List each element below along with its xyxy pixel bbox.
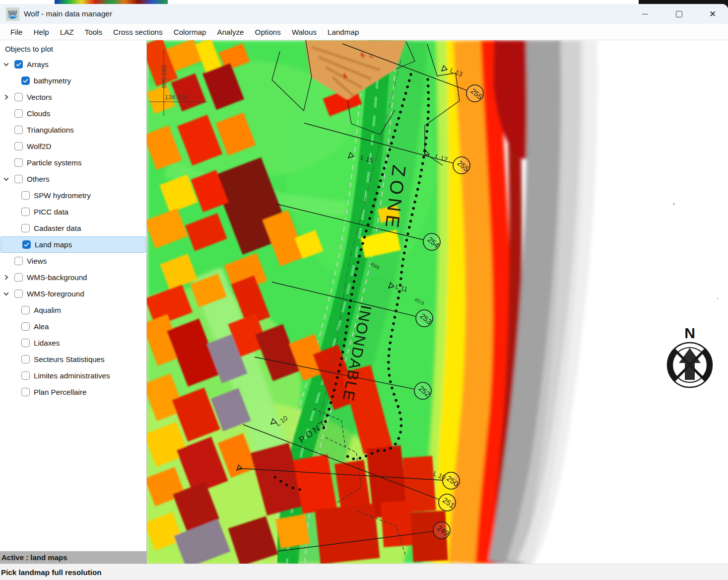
tree-item-label: Clouds [27, 109, 50, 118]
maximize-icon [676, 11, 682, 17]
tree-item-spw-hydrometry[interactable]: SPW hydrometry [0, 187, 146, 204]
unchecked-checkbox[interactable] [21, 208, 30, 216]
tree-item-wms-foreground[interactable]: WMS-foreground [0, 286, 146, 302]
unchecked-checkbox[interactable] [14, 93, 23, 101]
unchecked-checkbox[interactable] [14, 257, 23, 265]
tree-item-label: WMS-foreground [27, 290, 84, 298]
tree-item-label: Vectors [27, 93, 52, 101]
tree-item-views[interactable]: Views [0, 253, 146, 269]
tree-item-label: Alea [34, 322, 49, 331]
screen: Wolf - main data manager ✕ FileHelpLAZTo… [0, 0, 728, 580]
unchecked-checkbox[interactable] [14, 158, 23, 167]
maximize-button[interactable] [667, 5, 690, 22]
tree-item-land-maps[interactable]: Land maps [0, 236, 146, 253]
chevron-right-icon[interactable] [2, 274, 10, 281]
menu-cross-sections[interactable]: Cross sections [108, 26, 168, 38]
objects-tree: ArraysbathymetryVectorsCloudsTriangulati… [0, 56, 146, 400]
unchecked-checkbox[interactable] [14, 273, 23, 282]
chevron-down-icon[interactable] [2, 290, 10, 297]
status-bar: Pick landmap full resolution [0, 564, 728, 580]
tree-item-limites-administratives[interactable]: Limites administratives [0, 367, 146, 384]
tree-item-label: Aqualim [34, 306, 61, 314]
chevron-down-icon[interactable] [2, 175, 10, 183]
unchecked-checkbox[interactable] [14, 126, 23, 134]
compass-north-label: N [684, 325, 695, 341]
tree-item-label: SPW hydrometry [34, 191, 91, 200]
objects-tree-panel: Objects to plot ArraysbathymetryVectorsC… [0, 40, 147, 551]
tree-item-wolf2d[interactable]: Wolf2D [0, 138, 146, 154]
tree-item-label: Particle systems [27, 158, 82, 167]
tree-item-label: Others [27, 175, 50, 183]
titlebar[interactable]: Wolf - main data manager ✕ [0, 4, 728, 24]
checked-checkbox[interactable] [21, 76, 30, 85]
tree-item-lidaxes[interactable]: Lidaxes [0, 335, 146, 351]
tree-item-plan-percellaire[interactable]: Plan Percellaire [0, 384, 146, 400]
checked-checkbox[interactable] [14, 60, 23, 69]
active-layer-text: Active : land maps [0, 553, 67, 562]
tree-item-label: Views [27, 257, 47, 265]
close-icon: ✕ [709, 10, 716, 18]
chevron-right-icon[interactable] [2, 93, 10, 101]
menu-tools[interactable]: Tools [79, 26, 108, 38]
window-controls: ✕ [634, 4, 724, 24]
wolf-app-icon [6, 7, 19, 21]
unchecked-checkbox[interactable] [21, 355, 30, 363]
tree-item-label: Plan Percellaire [34, 388, 86, 396]
unchecked-checkbox[interactable] [21, 322, 30, 331]
tree-item-vectors[interactable]: Vectors [0, 89, 146, 105]
tree-item-arrays[interactable]: Arrays [0, 56, 146, 72]
wolf-main-window: Wolf - main data manager ✕ FileHelpLAZTo… [0, 4, 728, 580]
unchecked-checkbox[interactable] [21, 371, 30, 380]
tree-item-others[interactable]: Others [0, 171, 146, 187]
menu-file[interactable]: File [5, 26, 28, 38]
tree-item-picc-data[interactable]: PICC data [0, 204, 146, 220]
checked-checkbox[interactable] [22, 240, 31, 249]
menu-laz[interactable]: LAZ [55, 26, 79, 38]
tree-item-secteurs-statistiques[interactable]: Secteurs Statistiques [0, 351, 146, 367]
tree-item-label: Arrays [27, 60, 49, 69]
tree-item-wms-background[interactable]: WMS-background [0, 269, 146, 286]
menu-landmap[interactable]: Landmap [322, 26, 364, 38]
tree-item-label: Secteurs Statistiques [34, 355, 105, 363]
menu-colormap[interactable]: Colormap [168, 26, 212, 38]
unchecked-checkbox[interactable] [14, 175, 23, 183]
background-window-sliver [0, 0, 728, 4]
background-map-sliver [55, 0, 168, 4]
tree-item-aqualim[interactable]: Aqualim [0, 302, 146, 318]
menu-walous[interactable]: Walous [286, 26, 322, 38]
unchecked-checkbox[interactable] [21, 224, 30, 232]
unchecked-checkbox[interactable] [14, 109, 23, 118]
minimize-button[interactable] [634, 5, 657, 22]
tree-item-label: Cadaster data [34, 224, 81, 232]
tree-item-alea[interactable]: Alea [0, 318, 146, 335]
tree-item-label: Triangulations [27, 126, 74, 134]
bathymetry-map-render: 252.500 136.900 255255254253252250251249… [147, 40, 728, 564]
tree-item-triangulations[interactable]: Triangulations [0, 122, 146, 138]
tree-item-clouds[interactable]: Clouds [0, 105, 146, 122]
status-hint-text: Pick landmap full resolution [0, 568, 102, 577]
menubar: FileHelpLAZToolsCross sectionsColormapAn… [0, 24, 728, 40]
unchecked-checkbox[interactable] [14, 142, 23, 150]
tree-item-cadaster-data[interactable]: Cadaster data [0, 220, 146, 236]
tree-item-label: PICC data [34, 208, 68, 216]
tree-item-particle-systems[interactable]: Particle systems [0, 154, 146, 171]
tree-item-bathymetry[interactable]: bathymetry [0, 72, 146, 89]
unchecked-checkbox[interactable] [21, 191, 30, 200]
map-viewport[interactable]: 252.500 136.900 255255254253252250251249… [147, 40, 728, 564]
tree-item-label: bathymetry [34, 76, 71, 85]
menu-options[interactable]: Options [250, 26, 286, 38]
close-button[interactable]: ✕ [701, 5, 724, 22]
unchecked-checkbox[interactable] [14, 290, 23, 298]
tree-item-label: WMS-background [27, 273, 87, 282]
tree-header: Objects to plot [0, 40, 146, 56]
unchecked-checkbox[interactable] [21, 388, 30, 396]
tree-item-label: Limites administratives [34, 371, 110, 380]
chevron-down-icon[interactable] [2, 61, 10, 68]
unchecked-checkbox[interactable] [21, 306, 30, 314]
coordinate-label-vertical: 252.500 [160, 65, 168, 88]
menu-analyze[interactable]: Analyze [212, 26, 250, 38]
menu-help[interactable]: Help [28, 26, 54, 38]
window-title: Wolf - main data manager [24, 9, 112, 18]
map-speck [717, 298, 718, 299]
unchecked-checkbox[interactable] [21, 339, 30, 347]
